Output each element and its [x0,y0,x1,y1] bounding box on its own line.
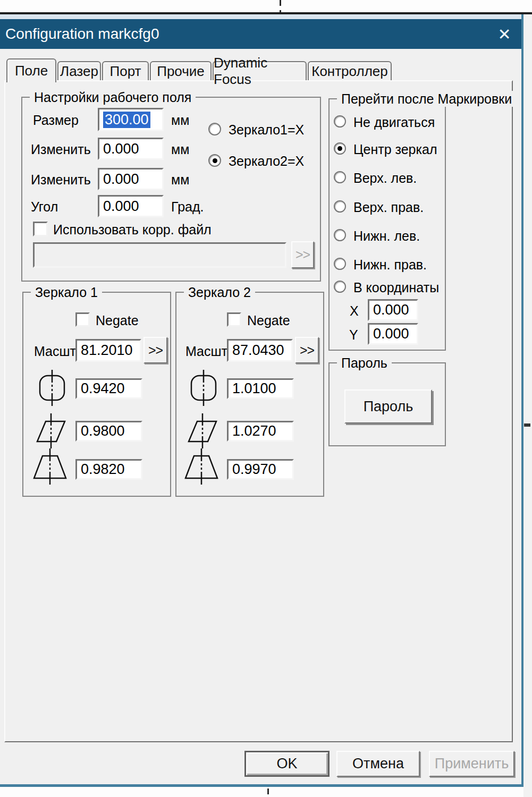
mirror1-scale-value: 81.2010 [81,342,133,359]
angle-input[interactable]: 0.000 [98,195,164,217]
radio-mirror-center[interactable] [334,142,346,155]
password-button[interactable]: Пароль [344,389,432,423]
apply-button-label: Применить [435,756,509,772]
radio-to-coordinates[interactable] [334,281,346,293]
offset1-value: 0.000 [103,141,139,157]
double-chevron-icon: >> [148,343,163,358]
offset2-value: 0.000 [103,171,139,188]
coord-x-label: X [350,304,359,319]
offset1-unit: мм [171,142,189,157]
ok-button[interactable]: OK [244,751,330,777]
mirror2-negate-checkbox[interactable] [227,312,241,327]
dialog-top-border [0,14,523,19]
radio-bottom-left[interactable] [334,229,346,241]
trapezoid-distortion-icon [183,447,219,487]
angle-unit: Град. [171,200,204,215]
mirror1-negate-label[interactable]: Negate [96,313,139,328]
radio-top-left[interactable] [334,171,346,183]
title-bar[interactable]: Configuration markcfg0 [0,19,521,49]
radio-bottom-right-label[interactable]: Нижн. прав. [353,258,427,273]
guide-dash-right [524,423,530,427]
offset2-label: Изменить [31,173,91,188]
guide-dash-bottom [267,788,269,797]
radio-mirror-center-label[interactable]: Центр зеркал [353,142,437,157]
double-chevron-icon: >> [300,343,314,358]
use-corr-file-checkbox[interactable] [33,222,48,236]
coord-x-input[interactable]: 0.000 [368,299,418,321]
mirror1-parallelogram-input[interactable]: 0.9800 [75,421,142,442]
tab-label: Dynamic Focus [214,55,306,88]
tab-dynamic-focus[interactable]: Dynamic Focus [213,61,307,80]
radio-to-coordinates-label[interactable]: В координаты [353,281,439,295]
radio-mirror1-x[interactable] [208,123,221,135]
mirror1-scale-more-button[interactable]: >> [143,337,167,363]
radio-mirror2-x[interactable] [208,154,221,167]
coord-y-input[interactable]: 0.000 [368,323,418,345]
dialog-bottom-border [0,784,521,787]
password-button-label: Пароль [364,398,413,415]
coord-y-label: Y [349,328,358,343]
mirror1-scale-label: Масшт [34,344,76,359]
coord-y-value: 0.000 [373,326,409,342]
parallelogram-distortion-icon [185,412,219,451]
mirror1-barrel-input[interactable]: 0.9420 [75,378,142,399]
tab-prochie[interactable]: Прочие [150,61,212,80]
barrel-distortion-icon [35,369,69,408]
cancel-button[interactable]: Отмена [336,751,420,777]
mirror2-parallelogram-input[interactable]: 1.0270 [227,421,294,442]
angle-label: Угол [31,200,58,215]
mirror1-trapezoid-value: 0.9820 [81,461,125,478]
tab-label: Прочие [157,63,205,80]
group-title: Перейти после Маркировки [337,91,516,107]
tab-kontroller[interactable]: Контроллер [308,61,392,80]
radio-top-right-label[interactable]: Верх. прав. [353,200,424,215]
dialog-right-border [521,14,523,787]
mirror1-barrel-value: 0.9420 [81,380,125,397]
offset2-input[interactable]: 0.000 [98,168,164,190]
close-button[interactable]: ✕ [492,21,517,47]
offset2-unit: мм [171,173,189,188]
radio-mirror2-x-label[interactable]: Зеркало2=X [229,154,304,169]
corr-file-path-input [33,242,286,268]
tab-port[interactable]: Порт [102,61,149,80]
radio-no-move[interactable] [334,115,346,128]
tab-pole[interactable]: Поле [6,58,56,82]
mirror2-barrel-input[interactable]: 1.0100 [227,378,294,399]
mirror2-scale-input[interactable]: 87.0430 [227,339,293,362]
mirror2-negate-label[interactable]: Negate [247,313,290,328]
tab-lazer[interactable]: Лазер [57,61,101,80]
apply-button: Применить [429,751,514,777]
group-title: Зеркало 2 [184,284,255,300]
coord-x-value: 0.000 [373,302,409,318]
use-corr-file-label[interactable]: Использовать корр. файл [53,223,212,238]
double-chevron-icon: >> [295,247,310,262]
mirror1-scale-input[interactable]: 81.2010 [75,339,141,362]
mirror2-scale-value: 87.0430 [232,342,284,359]
radio-no-move-label[interactable]: Не двигаться [353,115,435,130]
offset1-input[interactable]: 0.000 [98,138,164,160]
radio-top-left-label[interactable]: Верх. лев. [353,171,417,186]
radio-bottom-right[interactable] [334,258,346,270]
mirror1-negate-checkbox[interactable] [75,312,90,327]
size-input[interactable]: 300.00 [98,108,164,131]
offset1-label: Изменить [31,142,91,157]
mirror2-trapezoid-value: 0.9970 [232,461,276,478]
mirror1-trapezoid-input[interactable]: 0.9820 [75,459,142,480]
tab-label: Контроллер [311,63,387,80]
group-title: Зеркало 1 [31,284,102,300]
mirror2-scale-label: Масшт [185,344,227,359]
tab-label: Лазер [60,63,98,80]
mirror2-trapezoid-input[interactable]: 0.9970 [227,459,294,480]
mirror2-scale-more-button[interactable]: >> [295,337,319,363]
group-title: Пароль [337,355,392,371]
parallelogram-distortion-icon [34,412,68,451]
mirror2-barrel-value: 1.0100 [232,380,276,397]
radio-top-right[interactable] [334,200,346,213]
group-title: Настройки рабочего поля [30,89,196,105]
mirror1-parallelogram-value: 0.9800 [81,423,125,439]
radio-mirror1-x-label[interactable]: Зеркало1=X [229,123,304,138]
barrel-distortion-icon [187,369,221,408]
tab-label: Порт [110,63,141,80]
size-value-selected: 300.00 [103,112,150,128]
radio-bottom-left-label[interactable]: Нижн. лев. [353,229,420,244]
